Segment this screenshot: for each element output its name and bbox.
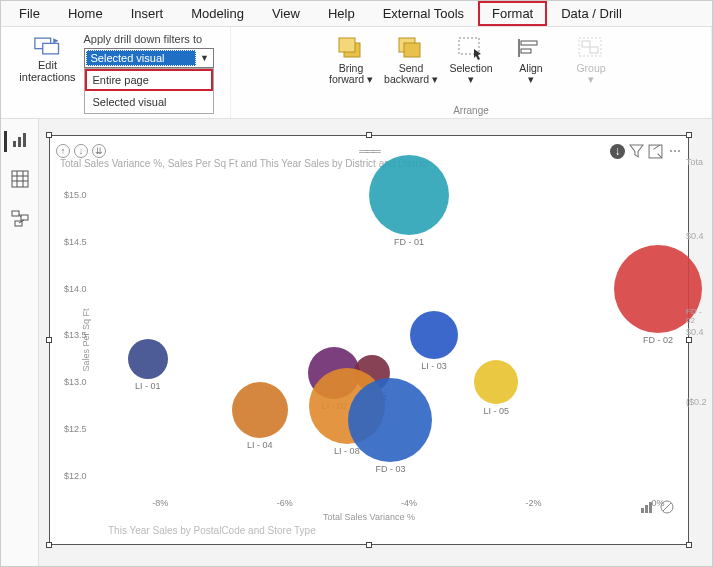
group-icon: [576, 35, 606, 61]
bubble-label: LI - 05: [483, 406, 509, 416]
svg-rect-15: [23, 133, 26, 147]
x-tick: -2%: [526, 498, 542, 508]
view-rail: [1, 119, 39, 566]
bubble-point[interactable]: [474, 360, 518, 404]
combo-selected-value: Selected visual: [86, 50, 196, 66]
edit-interactions-button[interactable]: Edit interactions: [18, 29, 78, 83]
svg-rect-11: [582, 41, 590, 47]
svg-rect-12: [590, 47, 598, 53]
x-tick: -8%: [152, 498, 168, 508]
y-tick: $15.0: [64, 190, 87, 200]
bubble-point[interactable]: [369, 155, 449, 235]
scatter-plot-area: FD - 01FD - 02LI - 03LI - 01LI - 02FD - …: [98, 176, 658, 476]
tab-data-drill[interactable]: Data / Drill: [547, 1, 636, 26]
ribbon-tabs: File Home Insert Modeling View Help Exte…: [1, 1, 712, 27]
x-tick: -4%: [401, 498, 417, 508]
focus-mode-icon[interactable]: [648, 144, 663, 159]
tab-file[interactable]: File: [5, 1, 54, 26]
tab-help[interactable]: Help: [314, 1, 369, 26]
group-button: Group▾: [563, 35, 619, 85]
send-backward-button[interactable]: Send backward ▾: [383, 35, 439, 85]
bring-forward-button[interactable]: Bring forward ▾: [323, 35, 379, 85]
selection-icon: [456, 35, 486, 61]
tab-insert[interactable]: Insert: [117, 1, 178, 26]
svg-rect-27: [641, 508, 644, 513]
svg-rect-13: [13, 141, 16, 147]
combo-dropdown: Entire page Selected visual: [84, 68, 214, 114]
filter-icon[interactable]: [629, 144, 644, 159]
y-tick: $13.5: [64, 330, 87, 340]
clipped-right-visual: Tota $0.4 $0.4 ($0.2 FD - 02: [682, 137, 712, 566]
bubble-point[interactable]: [128, 339, 168, 379]
bubble-label: LI - 03: [421, 361, 447, 371]
report-canvas[interactable]: ↑ ↓ ⇊ ═══ ↓ ⋯ Total Sales Variance %, Sa…: [39, 119, 712, 566]
more-options-icon[interactable]: ⋯: [667, 144, 682, 159]
align-button[interactable]: Align▾: [503, 35, 559, 85]
rail-data-view[interactable]: [11, 170, 29, 191]
send-backward-icon: [396, 35, 426, 61]
selection-button[interactable]: Selection▾: [443, 35, 499, 85]
apply-filters-label: Apply drill down filters to: [84, 33, 203, 45]
chevron-down-icon: ▼: [197, 53, 213, 63]
bubble-point[interactable]: [348, 378, 432, 462]
svg-rect-9: [521, 49, 531, 53]
bubble-label: FD - 02: [643, 335, 673, 345]
x-axis-title: Total Sales Variance %: [323, 512, 415, 522]
y-tick: $14.5: [64, 237, 87, 247]
svg-rect-1: [42, 43, 58, 54]
scatter-visual[interactable]: ↑ ↓ ⇊ ═══ ↓ ⋯ Total Sales Variance %, Sa…: [49, 135, 689, 545]
drill-down-icon[interactable]: ↓: [74, 144, 88, 158]
svg-rect-28: [645, 505, 648, 513]
tab-view[interactable]: View: [258, 1, 314, 26]
y-tick: $12.0: [64, 471, 87, 481]
edit-interactions-icon: [34, 35, 62, 57]
tab-external-tools[interactable]: External Tools: [369, 1, 478, 26]
svg-rect-3: [339, 38, 355, 52]
drill-up-icon[interactable]: ↑: [56, 144, 70, 158]
bubble-label: LI - 04: [247, 440, 273, 450]
bubble-point[interactable]: [232, 382, 288, 438]
expand-icon[interactable]: ⇊: [92, 144, 106, 158]
y-tick: $12.5: [64, 424, 87, 434]
dropdown-item-selected-visual[interactable]: Selected visual: [85, 91, 213, 113]
svg-rect-22: [21, 215, 28, 220]
svg-rect-16: [12, 171, 28, 187]
bubble-label: FD - 01: [394, 237, 424, 247]
x-tick: 0%: [651, 498, 664, 508]
drag-grip-icon[interactable]: ═══: [359, 144, 379, 158]
align-icon: [516, 35, 546, 61]
dropdown-item-entire-page[interactable]: Entire page: [85, 69, 213, 91]
tab-home[interactable]: Home: [54, 1, 117, 26]
y-tick: $13.0: [64, 377, 87, 387]
ribbon-group-label-arrange: Arrange: [231, 105, 711, 116]
svg-rect-14: [18, 137, 21, 147]
tab-format[interactable]: Format: [478, 1, 547, 26]
ribbon-body: Edit interactions Apply drill down filte…: [1, 27, 712, 119]
rail-report-view[interactable]: [4, 131, 29, 152]
visual-header: ↑ ↓ ⇊ ═══ ↓ ⋯: [50, 141, 688, 161]
y-tick: $14.0: [64, 284, 87, 294]
apply-filters-combo[interactable]: Selected visual ▼ Entire page Selected v…: [84, 48, 214, 68]
bubble-point[interactable]: [410, 311, 458, 359]
svg-rect-21: [12, 211, 19, 216]
bubble-label: LI - 08: [334, 446, 360, 456]
visual-subtitle: This Year Sales by PostalCode and Store …: [108, 525, 316, 536]
rail-model-view[interactable]: [11, 209, 29, 230]
bubble-label: FD - 03: [375, 464, 405, 474]
tab-modeling[interactable]: Modeling: [177, 1, 258, 26]
edit-interactions-label: Edit interactions: [18, 59, 78, 83]
drill-mode-icon[interactable]: ↓: [610, 144, 625, 159]
x-tick: -6%: [277, 498, 293, 508]
bring-forward-icon: [336, 35, 366, 61]
bubble-label: LI - 01: [135, 381, 161, 391]
svg-rect-8: [521, 41, 537, 45]
svg-rect-5: [404, 43, 420, 57]
